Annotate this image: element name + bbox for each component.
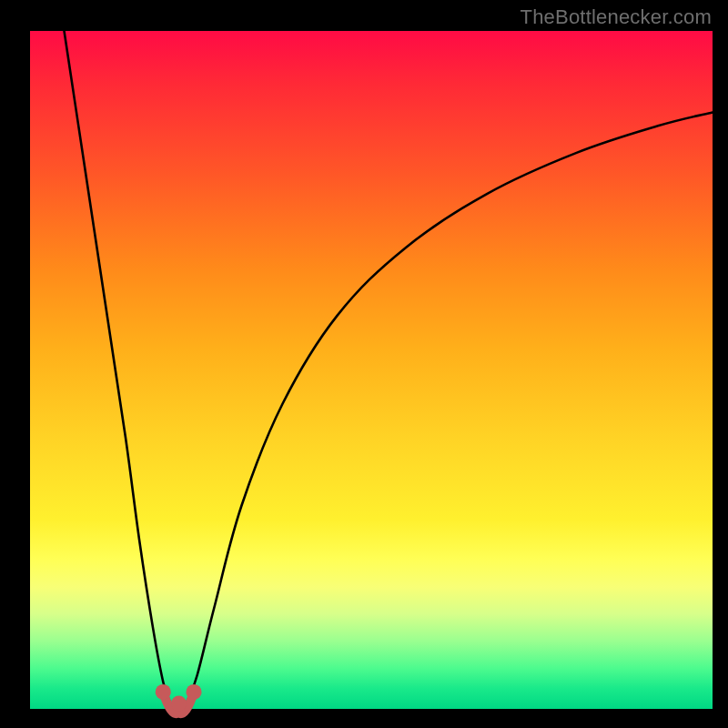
curve-right-branch xyxy=(187,112,713,702)
curve-node-1 xyxy=(171,696,187,712)
chart-frame: TheBottlenecker.com xyxy=(0,0,728,728)
curve-node-2 xyxy=(187,684,202,700)
curve-node-0 xyxy=(156,684,171,700)
curve-left-branch xyxy=(65,31,170,703)
bottleneck-curve xyxy=(0,0,728,728)
